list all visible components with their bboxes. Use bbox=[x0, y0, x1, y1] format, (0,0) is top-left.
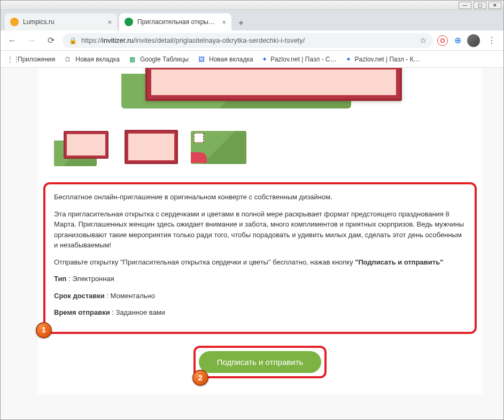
description-box: Бесплатное онлайн-приглашение в оригинал… bbox=[43, 182, 477, 334]
reload-button[interactable]: ⟳ bbox=[43, 33, 58, 48]
meta-delivery: Срок доставки : Моментально bbox=[54, 291, 466, 301]
thumbnail-row bbox=[43, 125, 477, 182]
tab-title: Lumpics.ru bbox=[23, 18, 103, 26]
cta-highlight: Подписать и отправить 2 bbox=[193, 346, 327, 378]
favicon-icon bbox=[125, 18, 133, 26]
annotation-badge-2: 2 bbox=[192, 370, 208, 386]
bookmark-newtab[interactable]: 🗋 Новая вкладка bbox=[64, 55, 120, 64]
bookmark-label: Pazlov.net | Пазл - С… bbox=[270, 56, 337, 63]
content-viewport: Бесплатное онлайн-приглашение в оригинал… bbox=[1, 68, 503, 419]
page-scroll[interactable]: Бесплатное онлайн-приглашение в оригинал… bbox=[1, 68, 503, 419]
lock-icon: 🔒 bbox=[69, 37, 77, 44]
window-minimize-button[interactable]: — bbox=[459, 2, 471, 9]
lead-text: Бесплатное онлайн-приглашение в оригинал… bbox=[54, 192, 466, 203]
close-icon[interactable]: × bbox=[222, 18, 226, 26]
cta-row: Подписать и отправить 2 bbox=[43, 346, 477, 378]
address-bar[interactable]: 🔒 https://invitizer.ru/invites/detail/pr… bbox=[63, 33, 433, 48]
browser-window: — ▢ ✕ Lumpics.ru × Пригласительная откры… bbox=[0, 0, 504, 420]
tab-strip: Lumpics.ru × Пригласительная открытка се… bbox=[1, 10, 503, 30]
favicon-icon bbox=[10, 18, 19, 26]
tab-title: Пригласительная открытка сер… bbox=[137, 18, 218, 26]
window-maximize-button[interactable]: ▢ bbox=[474, 2, 486, 9]
puzzle-icon: ✦ bbox=[345, 55, 352, 64]
window-titlebar: — ▢ ✕ bbox=[1, 1, 503, 10]
body-text: Эта пригласительная открытка с сердечкам… bbox=[54, 209, 466, 251]
bookmark-pazlov-1[interactable]: ✦ Pazlov.net | Пазл - С… bbox=[262, 55, 337, 64]
extension-globe-icon[interactable]: ⊕ bbox=[452, 35, 463, 46]
window-close-button[interactable]: ✕ bbox=[489, 2, 501, 9]
page-card: Бесплатное онлайн-приглашение в оригинал… bbox=[38, 68, 482, 394]
tab-lumpics[interactable]: Lumpics.ru × bbox=[5, 13, 117, 30]
forward-button: → bbox=[24, 33, 39, 48]
meta-type: Тип : Электронная bbox=[54, 274, 466, 284]
new-tab-button[interactable]: + bbox=[234, 15, 249, 30]
file-icon: 🗋 bbox=[64, 55, 72, 64]
browser-menu-icon[interactable]: ⋮ bbox=[484, 35, 499, 45]
bookmark-label: Новая вкладка bbox=[209, 56, 253, 63]
bookmark-label: Новая вкладка bbox=[75, 56, 120, 63]
back-button[interactable]: ← bbox=[5, 33, 20, 48]
thumbnail-2[interactable] bbox=[122, 128, 180, 166]
tab-invitizer[interactable]: Пригласительная открытка сер… × bbox=[119, 13, 231, 30]
bookmarks-bar: ⋮⋮⋮ Приложения 🗋 Новая вкладка ▦ Google … bbox=[1, 51, 503, 68]
bookmark-pazlov-2[interactable]: ✦ Pazlov.net | Пазл - К… bbox=[345, 55, 420, 64]
bookmark-google-sheets[interactable]: ▦ Google Таблицы bbox=[128, 55, 189, 64]
sheets-icon: ▦ bbox=[128, 55, 137, 64]
instruction-text: Отправьте открытку "Пригласительная откр… bbox=[54, 257, 466, 268]
sign-and-send-button[interactable]: Подписать и отправить bbox=[199, 351, 322, 373]
bookmark-newtab-2[interactable]: 🖼 Новая вкладка bbox=[197, 55, 253, 64]
card-graphic bbox=[145, 68, 402, 101]
image-icon: 🖼 bbox=[197, 55, 206, 64]
main-preview bbox=[121, 68, 399, 108]
apps-icon: ⋮⋮⋮ bbox=[6, 55, 14, 64]
extension-opera-icon[interactable]: O bbox=[437, 35, 448, 46]
url-text: https://invitizer.ru/invites/detail/prig… bbox=[81, 36, 305, 44]
annotation-badge-1: 1 bbox=[36, 322, 52, 338]
meta-sendtime: Время отправки : Заданное вами bbox=[54, 307, 466, 318]
bookmark-label: Приложения bbox=[18, 56, 55, 63]
browser-toolbar: ← → ⟳ 🔒 https://invitizer.ru/invites/det… bbox=[1, 30, 503, 51]
bookmark-star-icon[interactable]: ☆ bbox=[420, 36, 427, 45]
puzzle-icon: ✦ bbox=[262, 55, 267, 64]
thumbnail-1[interactable] bbox=[54, 128, 112, 166]
close-icon[interactable]: × bbox=[107, 18, 112, 26]
thumbnail-3[interactable] bbox=[191, 128, 249, 166]
bookmark-label: Google Таблицы bbox=[140, 56, 189, 63]
bookmark-label: Pazlov.net | Пазл - К… bbox=[355, 56, 420, 63]
bookmark-apps[interactable]: ⋮⋮⋮ Приложения bbox=[6, 55, 55, 64]
profile-avatar[interactable] bbox=[467, 34, 480, 47]
